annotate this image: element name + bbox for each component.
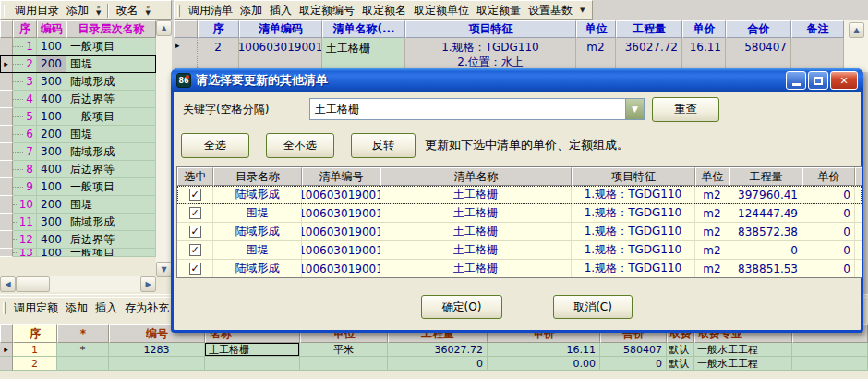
dialog-row-code: 100603019001 — [302, 186, 380, 204]
quota-row-total: 0 — [600, 357, 667, 371]
toolbar-item[interactable]: 插入 — [91, 301, 121, 314]
catalog-row[interactable]: 11300陆域形成 — [0, 214, 156, 231]
row-checkbox[interactable]: ✓ — [189, 263, 201, 275]
row-pointer-cell — [0, 196, 13, 214]
dialog-list-row[interactable]: ✓陆域形成100603019001土工格栅1.规格：TGDG110m283857… — [177, 223, 862, 241]
quota-row[interactable]: ▸1*1283土工格栅平米36027.7216.11580407默认一般水工工程 — [0, 343, 868, 357]
catalog-row[interactable]: 10200围堤 — [0, 196, 156, 214]
dialog-list-row[interactable]: ✓陆域形成100603019001土工格栅1.规格：TGDG110m283885… — [177, 260, 862, 278]
chevron-down-icon: ▼ — [96, 10, 101, 16]
invert-selection-button[interactable]: 反转 — [351, 133, 416, 158]
catalog-row[interactable]: 1100一般项目 — [0, 38, 156, 55]
scroll-up-icon: ▲ — [161, 24, 166, 32]
checkbox-cell: ✓ — [177, 241, 213, 260]
minimize-button[interactable] — [786, 71, 806, 90]
dialog-row-price: 0 — [802, 204, 855, 223]
column-header-checked: 选中 — [177, 167, 213, 186]
catalog-row[interactable]: 13100一般项目 — [0, 249, 156, 257]
dialog-row-code: 100603019001 — [302, 223, 380, 241]
row-checkbox[interactable]: ✓ — [189, 244, 201, 256]
scrollbar-thumb[interactable] — [16, 276, 50, 292]
toolbar-item[interactable]: 调用清单 — [185, 4, 236, 17]
row-checkbox[interactable]: ✓ — [189, 207, 201, 219]
catalog-row[interactable]: 4400后边界等 — [0, 91, 156, 108]
cancel-button[interactable]: 取消(C) — [553, 295, 633, 319]
scroll-right-button[interactable]: ▶ — [140, 276, 156, 292]
close-button[interactable]: ✕ — [830, 71, 858, 90]
catalog-row-name: 围堤 — [66, 196, 156, 214]
toolbar-overflow-button[interactable]: ▼ — [576, 7, 588, 13]
dialog-list-row[interactable]: ✓围堤100603019001土工格栅1.规格：TGDG110m200 — [177, 241, 862, 260]
toolbar-item[interactable]: 取定额编号 — [295, 4, 358, 17]
quota-row-code: 1283 — [109, 343, 205, 357]
toolbar-item[interactable]: 取定额量 — [473, 4, 524, 17]
select-none-button[interactable]: 全不选 — [266, 133, 334, 158]
column-header-unit: 单位 — [695, 167, 729, 186]
catalog-row[interactable]: 5100一般项目 — [0, 108, 156, 126]
toolbar-item[interactable]: 插入 — [266, 4, 295, 17]
catalog-row[interactable]: 6200围堤 — [0, 126, 156, 143]
catalog-row[interactable]: 9100一般项目 — [0, 178, 156, 196]
quota-rows: ▸1*1283土工格栅平米36027.7216.11580407默认一般水工工程… — [0, 343, 868, 371]
toolbar-item[interactable]: 设置基数 — [524, 4, 576, 17]
toolbar-item[interactable]: 添加 — [63, 4, 92, 17]
quota-row-unit — [300, 357, 388, 371]
scroll-left-button[interactable]: ◀ — [0, 276, 16, 292]
catalog-row-code: 300 — [37, 214, 66, 231]
scroll-up-button[interactable]: ▲ — [156, 20, 172, 36]
window-controls: ✕ — [786, 71, 858, 90]
catalog-row[interactable]: 7300陆域形成 — [0, 143, 156, 161]
catalog-row[interactable]: ▸2200围堤 — [0, 55, 156, 73]
list-row-seq: 2 — [198, 38, 239, 72]
catalog-row-code: 200 — [37, 55, 66, 73]
rename-button[interactable]: 改名 — [112, 3, 141, 18]
dialog-row-price: 0 — [802, 223, 855, 241]
ok-button[interactable]: 确定(O) — [421, 295, 502, 319]
dropdown-button[interactable]: ▼ — [625, 99, 644, 119]
toolbar-grip[interactable] — [3, 302, 6, 314]
catalog-row[interactable]: 3300陆域形成 — [0, 73, 156, 91]
list-row[interactable]: ▸ 2 100603019001 土工格栅 1.规格：TGDG110 2.位置：… — [174, 38, 868, 72]
row-pointer-cell — [0, 91, 13, 108]
dialog-list-row[interactable]: ✓围堤100603019001土工格栅1.规格：TGDG110m2124447.… — [177, 204, 862, 223]
toolbar-item[interactable]: 取定额单位 — [410, 4, 473, 17]
maximize-button[interactable] — [808, 71, 828, 90]
catalog-row[interactable]: 8400后边界等 — [0, 161, 156, 178]
keyword-combobox[interactable]: 土工格栅 ▼ — [309, 98, 645, 120]
vertical-scrollbar[interactable] — [156, 20, 172, 277]
dialog-row-unit: m2 — [695, 260, 729, 278]
vertical-scrollbar[interactable]: ▲ — [844, 20, 868, 72]
toolbar-item[interactable]: 取定额名 — [358, 4, 410, 17]
column-header-quantity: 工程量 — [616, 20, 682, 38]
catalog-row-name: 陆域形成 — [66, 214, 156, 231]
row-checkbox[interactable]: ✓ — [189, 189, 201, 201]
quota-row[interactable]: 200.000默认一般水工工程 — [0, 357, 868, 371]
toolbar-item[interactable]: 存为补充 — [121, 301, 173, 314]
toolbar-grip[interactable] — [177, 5, 180, 17]
feature-line-2: 2.位置：水上 — [457, 55, 523, 69]
toolbar-overflow-button[interactable]: »▼ — [141, 5, 153, 16]
toolbar-item[interactable]: 调用定额 — [10, 301, 62, 314]
row-checkbox[interactable]: ✓ — [189, 226, 201, 238]
column-header-code: 清单编码 — [239, 20, 322, 38]
column-header-feature: 项目特征 — [405, 20, 576, 38]
toolbar-grip[interactable] — [4, 5, 6, 17]
dialog-row-feature: 1.规格：TGDG110 — [572, 204, 695, 223]
scroll-down-button[interactable]: ▼ — [156, 262, 172, 277]
catalog-row-seq: 4 — [13, 91, 37, 108]
row-pointer-cell — [0, 38, 13, 55]
toolbar-overflow-button[interactable]: »▼ — [92, 5, 104, 16]
catalog-row-seq: 9 — [13, 178, 37, 196]
indicator-column-header — [174, 20, 198, 38]
dialog-list-row[interactable]: ✓陆域形成100603019001土工格栅1.规格：TGDG110m239796… — [177, 186, 862, 204]
select-all-button[interactable]: 全选 — [181, 133, 249, 158]
scroll-up-button[interactable]: ▲ — [849, 22, 864, 38]
dialog-titlebar[interactable]: 86 请选择要更新的其他清单 ✕ — [171, 68, 863, 92]
toolbar-item[interactable]: 添加 — [236, 4, 266, 17]
row-pointer-cell — [0, 143, 13, 161]
catalog-row[interactable]: 12400后边界等 — [0, 231, 156, 249]
requery-button[interactable]: 重查 — [652, 97, 719, 122]
catalog-row-name: 陆域形成 — [66, 73, 156, 91]
toolbar-item[interactable]: 添加 — [62, 301, 91, 314]
toolbar-item[interactable]: 调用目录 — [11, 4, 63, 17]
